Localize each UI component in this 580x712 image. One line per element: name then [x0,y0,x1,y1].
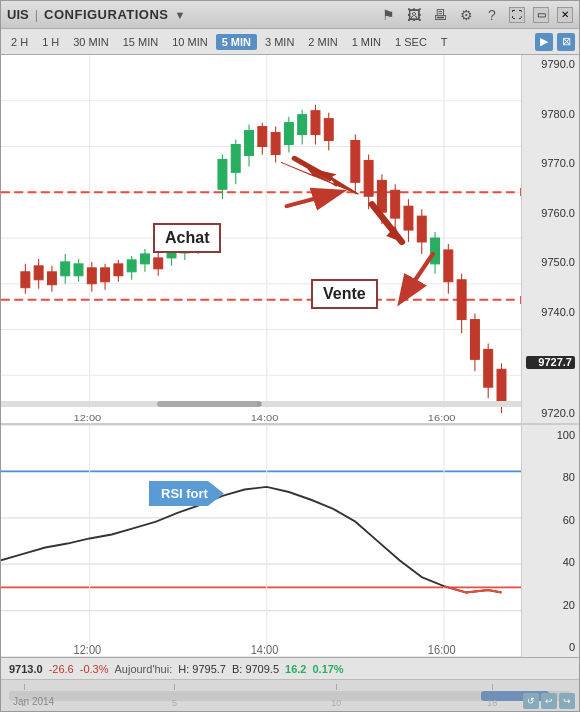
svg-marker-84 [281,162,359,194]
svg-rect-75 [444,250,453,282]
bottom-change2: 16.2 [285,663,306,675]
svg-text:12:00: 12:00 [74,412,102,423]
rsi-scale: 100 80 60 40 20 0 [521,425,579,657]
scroll-reset-btn[interactable]: ↺ [523,693,539,709]
bottom-price: 9713.0 [9,663,43,675]
tf-2h[interactable]: 2 H [5,34,34,50]
titlebar-right: ⚑ 🖼 🖶 ⚙ ? ⛶ ▭ ✕ [379,6,573,24]
print-icon[interactable]: 🖶 [431,6,449,24]
tf-15min[interactable]: 15 MIN [117,34,164,50]
svg-rect-57 [311,111,320,135]
tf-1sec[interactable]: 1 SEC [389,34,433,50]
tf-5min[interactable]: 5 MIN [216,34,257,50]
svg-rect-31 [127,260,136,272]
tf-1min[interactable]: 1 MIN [346,34,387,50]
main-chart: R2 R1 [1,55,579,425]
bottom-high: H: 9795.7 [178,663,226,675]
svg-rect-71 [417,216,426,242]
main-window: UIS | CONFIGURATIONS ▼ ⚑ 🖼 🖶 ⚙ ? ⛶ ▭ ✕ 2… [0,0,580,712]
image-icon[interactable]: 🖼 [405,6,423,24]
price-scale: 9790.0 9780.0 9770.0 9760.0 9750.0 9740.… [521,55,579,423]
gear-icon[interactable]: ⚙ [457,6,475,24]
scroll-forward-btn[interactable]: ↪ [559,693,575,709]
price-9740: 9740.0 [526,307,575,318]
rsi-chart: 12:00 14:00 16:00 100 80 60 40 20 0 RSI … [1,425,579,657]
rsi-20: 20 [526,599,575,611]
bottom-pct2: 0.17% [312,663,343,675]
price-9790: 9790.0 [526,59,575,70]
svg-rect-83 [497,369,506,403]
restore-button[interactable]: ▭ [533,7,549,23]
svg-rect-29 [114,264,123,276]
flag-icon[interactable]: ⚑ [379,6,397,24]
svg-rect-33 [141,254,150,264]
bottom-bar: 9713.0 -26.6 -0.3% Aujourd'hui: H: 9795.… [1,657,579,679]
rsi-100: 100 [526,429,575,441]
svg-rect-79 [470,320,479,360]
svg-rect-23 [74,264,83,276]
svg-rect-81 [484,349,493,387]
bottom-bid: B: 9709.5 [232,663,279,675]
titlebar-left: UIS | CONFIGURATIONS ▼ [7,7,185,22]
svg-rect-69 [404,206,413,230]
chart-nav-next[interactable]: ⊠ [557,33,575,51]
svg-rect-15 [21,272,30,288]
date-label: Jan 2014 [13,696,54,707]
svg-rect-53 [284,123,293,145]
svg-rect-17 [34,266,43,280]
price-9780: 9780.0 [526,109,575,120]
tf-t[interactable]: T [435,34,454,50]
price-9770: 9770.0 [526,158,575,169]
rsi-0: 0 [526,641,575,653]
svg-text:16:00: 16:00 [428,643,456,657]
today-label: Aujourd'hui: [114,663,172,675]
achat-annotation: Achat [153,223,221,253]
rsi-60: 60 [526,514,575,526]
svg-line-90 [402,254,433,300]
svg-line-89 [287,192,339,206]
svg-rect-51 [271,133,280,155]
close-button[interactable]: ✕ [557,7,573,23]
tf-3min[interactable]: 3 MIN [259,34,300,50]
price-9760: 9760.0 [526,208,575,219]
svg-text:16:00: 16:00 [428,412,456,423]
maximize-button[interactable]: ⛶ [509,7,525,23]
svg-rect-55 [298,115,307,135]
svg-rect-19 [48,272,57,285]
svg-rect-65 [377,180,386,212]
svg-rect-21 [61,262,70,276]
svg-rect-67 [391,190,400,218]
config-label: CONFIGURATIONS [44,7,168,22]
svg-rect-73 [431,238,440,264]
tf-1h[interactable]: 1 H [36,34,65,50]
svg-rect-45 [231,145,240,173]
symbol-label: UIS [7,7,29,22]
scroll-nav-buttons: ↺ ↩ ↪ [523,693,575,709]
bottom-pct-change: -0.3% [80,663,109,675]
svg-rect-77 [457,280,466,320]
svg-text:14:00: 14:00 [251,412,279,423]
scroll-back-btn[interactable]: ↩ [541,693,557,709]
chart-container: R2 R1 [1,55,579,657]
price-9750: 9750.0 [526,257,575,268]
config-dropdown-icon[interactable]: ▼ [175,9,186,21]
chart-scrollbar[interactable]: ≡ [1,401,521,407]
svg-rect-25 [87,268,96,284]
tf-30min[interactable]: 30 MIN [67,34,114,50]
tf-2min[interactable]: 2 MIN [302,34,343,50]
svg-rect-35 [154,258,163,269]
candlestick-canvas: R2 R1 [1,55,579,423]
rsi-canvas: 12:00 14:00 16:00 [1,425,579,657]
tf-10min[interactable]: 10 MIN [166,34,213,50]
timeline-scrollbar[interactable]: Jan 2014 2 5 10 18 ↺ ↩ ↪ [1,679,579,711]
chart-nav-prev[interactable]: ▶ [535,33,553,51]
svg-text:12:00: 12:00 [74,643,102,657]
vente-annotation: Vente [311,279,378,309]
timeframe-bar: 2 H 1 H 30 MIN 15 MIN 10 MIN 5 MIN 3 MIN… [1,29,579,55]
svg-rect-63 [364,160,373,196]
svg-rect-49 [258,127,267,147]
help-icon[interactable]: ? [483,6,501,24]
svg-rect-61 [351,141,360,183]
svg-rect-59 [324,119,333,141]
svg-rect-27 [101,268,110,282]
